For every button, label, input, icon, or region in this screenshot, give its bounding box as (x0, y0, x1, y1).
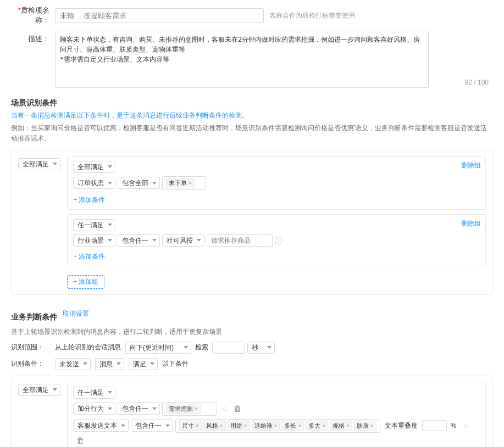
scene-desc2: 例如：当买家询问价格是否可以优惠，检测客服是否有回答近期活动推荐时，场景识别条件… (11, 123, 493, 144)
bg1-r2-tag-fengge: 风格 × (203, 421, 226, 431)
cond-select3[interactable]: 满足 (129, 358, 158, 370)
business-outer-select-wrap: 全部满足 (18, 384, 60, 396)
bg1-r1-tag: 需求挖掘 × (166, 404, 201, 414)
scene-group2-text-input[interactable] (207, 234, 273, 247)
bg1-r2-percent-unit: % (451, 422, 457, 429)
scene-group2-header: 任一满足 (73, 219, 480, 231)
business-desc: 基于上轮场景识别检测到的消息内容，进行二轮判断，适用于更复杂场景 (11, 327, 493, 337)
desc-count: 92 / 100 (465, 79, 489, 86)
range-unit-select[interactable]: 秒 (247, 342, 275, 354)
business-group1-row2: 客服发送文本 包含任一 尺寸 × 风格 × 用途 × 送给谁 × 多长 × 多大… (73, 419, 480, 446)
cond-controls: 未发送 消息 满足 以下条件 (55, 358, 189, 370)
scene-outer-select[interactable]: 全部满足 (18, 158, 60, 170)
bg1-r2-tag-guige: 规格 × (330, 421, 352, 431)
scene-group1-row1: 订单状态 包含全部 未下单 × (73, 176, 480, 190)
scene-group2-row1: 行业场景 包含任一 社可风按 i (73, 234, 480, 247)
desc-label: 描述： (11, 31, 55, 44)
cond-select2[interactable]: 消息 (95, 358, 124, 370)
scene-group2: 任一满足 删除组 行业场景 包含任一 社可风按 i (67, 214, 486, 266)
business-group1-header: 任一满足 (73, 387, 480, 399)
business-condition-outer: 全部满足 任一满足 加分行为 (11, 376, 493, 447)
range-label: 识别范围： (11, 343, 55, 352)
desc-wrapper: 顾客未下单状态，有咨询、购买、未推荐的意图时，客服未在2分钟内做对应的需求挖掘，… (55, 31, 493, 90)
bg1-r1-op-select[interactable]: 包含任一 (118, 403, 160, 415)
scene-group1: 全部满足 删除组 订单状态 包含全部 未下单 × (67, 156, 486, 210)
desc-input[interactable]: 顾客未下单状态，有咨询、购买、未推荐的意图时，客服未在2分钟内做对应的需求挖掘，… (55, 31, 429, 88)
scene-condition-outer: 全部满足 全部满足 删除组 订单状态 包含全部 (11, 150, 493, 295)
scene-group2-delete[interactable]: 删除组 (461, 219, 481, 228)
business-group1-select[interactable]: 任一满足 (73, 387, 115, 399)
range-from-text: 从上轮识别的会话消息 (55, 343, 121, 352)
business-section: 业务判断条件 取消设置 基于上轮场景识别检测到的消息内容，进行二轮判断，适用于更… (11, 304, 493, 447)
bg1-r2-tag-yongtu: 用途 × (228, 421, 250, 431)
scene-outer-select-wrap: 全部满足 (18, 158, 60, 170)
scene-groups: 全部满足 删除组 订单状态 包含全部 未下单 × (67, 156, 486, 289)
bg1-r1-radio-icon[interactable]: ○ (221, 403, 228, 414)
bg1-r2-tag-duochang: 多长 × (281, 421, 304, 431)
scene-group1-tag-close[interactable]: × (189, 180, 192, 186)
bg1-r1-field-select[interactable]: 加分行为 (73, 403, 115, 415)
scene-group2-add-condition[interactable]: + 添加条件 (73, 252, 105, 261)
bg1-r2-tag-chichi: 尺寸 × (179, 421, 202, 431)
range-number-input[interactable]: 120 (212, 342, 245, 354)
business-outer-header: 全部满足 任一满足 加分行为 (18, 382, 486, 447)
bg1-r2-text-label: 文本重叠度 (385, 421, 418, 431)
range-direction-select[interactable]: 向下(更近时间) (125, 342, 191, 354)
bg1-r2-tag-fuzhi: 肤质 × (354, 421, 376, 431)
range-row: 识别范围： 从上轮识别的会话消息 向下(更近时间) 检索 120 秒 (11, 342, 493, 354)
scene-group2-select[interactable]: 任一满足 (73, 219, 115, 231)
scene-group1-add-condition[interactable]: + 添加条件 (73, 195, 105, 205)
scene-group1-select[interactable]: 全部满足 (73, 161, 115, 173)
business-group1: 任一满足 加分行为 包含任一 需求挖掘 (67, 382, 486, 447)
name-hint: 名称会作为质检打标签签使用 (269, 11, 355, 20)
info-icon-scene[interactable]: i (275, 237, 283, 244)
cancel-setting-btn[interactable]: 取消设置 (63, 309, 89, 319)
cond-label: 识别条件： (11, 359, 55, 368)
scene-group1-header: 全部满足 (73, 161, 480, 173)
name-row: *质检项名称： 名称会作为质检打标签签使用 (11, 5, 493, 25)
range-search-label: 检索 (195, 343, 208, 352)
scene-group2-val-select[interactable]: 社可风按 (162, 234, 204, 247)
cond-text: 以下条件 (162, 359, 189, 368)
cond-row: 识别条件： 未发送 消息 满足 以下条件 (11, 358, 493, 370)
cond-select1[interactable]: 未发送 (55, 358, 91, 370)
bg1-r2-op-select[interactable]: 包含任一 (131, 420, 173, 432)
business-group1-row1: 加分行为 包含任一 需求挖掘 × ○ 🗑 (73, 402, 480, 416)
scene-group1-field-select[interactable]: 订单状态 (73, 177, 115, 189)
scene-group2-op-select[interactable]: 包含任一 (118, 234, 160, 247)
bg1-r1-tag-close[interactable]: × (195, 406, 198, 412)
scene-desc1: 当有一条消息检测满足以下条件时，是于这条消息进行后续业务判断条件的检测。 (11, 110, 493, 121)
scene-title: 场景识别条件 (11, 98, 493, 108)
business-groups: 任一满足 加分行为 包含任一 需求挖掘 (67, 382, 486, 447)
bg1-r1-tag-input[interactable]: 需求挖掘 × (162, 402, 217, 416)
bg1-r1-delete-icon[interactable]: 🗑 (232, 403, 242, 414)
business-outer-select[interactable]: 全部满足 (18, 384, 60, 396)
range-controls: 从上轮识别的会话消息 向下(更近时间) 检索 120 秒 (55, 342, 275, 354)
name-input[interactable] (55, 8, 264, 23)
bg1-r2-tag-duoda: 多大 × (306, 421, 328, 431)
scene-group1-tag: 未下单 × (166, 178, 195, 188)
name-label: *质检项名称： (11, 5, 55, 25)
scene-group1-delete[interactable]: 删除组 (461, 161, 481, 170)
desc-row: 描述： 顾客未下单状态，有咨询、购买、未推荐的意图时，客服未在2分钟内做对应的需… (11, 31, 493, 90)
bg1-r2-tag-songgei: 送给谁 × (252, 421, 280, 431)
scene-group1-tag-input[interactable]: 未下单 × (162, 176, 206, 190)
business-title: 业务判断条件 (11, 312, 57, 322)
bg1-r2-radio-icon[interactable]: ○ (462, 420, 469, 431)
bg1-r2-field-select[interactable]: 客服发送文本 (73, 420, 129, 432)
bg1-r2-tag-input[interactable]: 尺寸 × 风格 × 用途 × 送给谁 × 多长 × 多大 × 规格 × 肤质 × (175, 419, 380, 433)
scene-group2-field-select[interactable]: 行业场景 (73, 234, 115, 247)
scene-outer-header: 全部满足 全部满足 删除组 订单状态 包含全部 (18, 156, 486, 289)
scene-add-group[interactable]: + 添加组 (67, 275, 104, 289)
bg1-r2-delete-icon[interactable]: 🗑 (75, 435, 85, 446)
bg1-r2-percent-input[interactable]: 100 (422, 420, 447, 431)
scene-group1-op-select[interactable]: 包含全部 (118, 177, 160, 189)
